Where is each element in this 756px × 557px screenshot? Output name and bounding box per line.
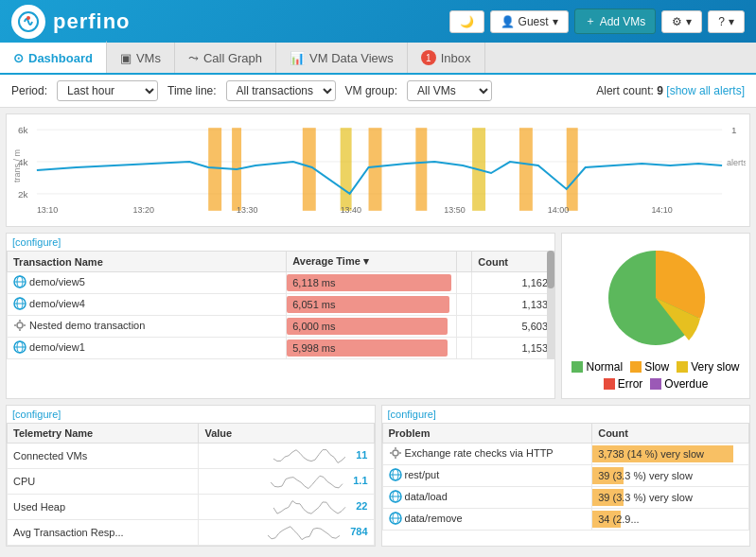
- transactions-section: [configure] Transaction Name Average Tim…: [6, 233, 555, 399]
- nav-item-callgraph[interactable]: ⤳ Call Graph: [175, 43, 276, 73]
- time-series-chart: 6k 4k 2k trans / m 1 alerts 13:10: [10, 118, 746, 220]
- prob-count-cell: 34 (2.9...: [592, 509, 749, 531]
- tx-name-cell: demo/view1: [8, 338, 287, 359]
- nav-label: Call Graph: [203, 51, 262, 65]
- prob-name-cell: rest/put: [382, 465, 592, 487]
- scrollbar-thumb[interactable]: [547, 251, 554, 288]
- tx-name: Nested demo transaction: [29, 320, 145, 331]
- nav-label: Inbox: [441, 51, 471, 65]
- tel-value-cell: 784: [199, 520, 374, 546]
- legend-label: Very slow: [691, 360, 739, 374]
- tel-name-cell: Used Heap: [8, 495, 199, 520]
- question-icon: ?: [718, 15, 725, 28]
- svg-text:2k: 2k: [18, 189, 28, 200]
- tx-name: demo/view5: [29, 276, 85, 287]
- prob-count-value: 39 (3.3 %) very slow: [598, 470, 693, 481]
- nav-item-vmdataviews[interactable]: 📊 VM Data Views: [276, 43, 408, 73]
- svg-text:13:10: 13:10: [37, 205, 58, 215]
- prob-name: Exchange rate checks via HTTP: [405, 447, 554, 459]
- tx-count-cell: 1,153: [472, 338, 554, 359]
- timeline-label: Time line:: [167, 84, 217, 97]
- user-icon: 👤: [501, 15, 515, 28]
- tx-empty: [457, 338, 472, 359]
- tel-name-cell: Connected VMs: [8, 444, 199, 469]
- legend-label: Normal: [586, 360, 623, 374]
- tx-icon: [13, 344, 26, 356]
- sparkline: [268, 523, 343, 542]
- prob-count-cell: 3,738 (14 %) very slow: [592, 444, 749, 465]
- chevron-down-icon: ▾: [729, 15, 734, 28]
- nav-item-inbox[interactable]: 1 Inbox: [408, 43, 485, 73]
- svg-text:1: 1: [731, 125, 737, 135]
- col-header-name: Transaction Name: [8, 252, 287, 272]
- svg-text:alerts: alerts: [727, 158, 746, 167]
- chevron-down-icon: ▾: [553, 15, 558, 28]
- prob-count-cell: 39 (3.3 %) very slow: [592, 465, 749, 487]
- chart-icon: 📊: [290, 51, 305, 65]
- nav-item-dashboard[interactable]: ⊙ Dashboard: [0, 41, 107, 73]
- svg-rect-11: [208, 128, 221, 211]
- telemetry-table: Telemetry Name Value Connected VMs 11 CP…: [7, 423, 375, 546]
- tx-icon: [13, 301, 26, 312]
- prob-name-cell: data/load: [382, 487, 592, 509]
- nav-item-vms[interactable]: ▣ VMs: [107, 43, 175, 73]
- problems-section: [configure] Problem Count Exchange rate …: [381, 405, 751, 547]
- chevron-down-icon: ▾: [686, 15, 692, 28]
- vmgroup-select[interactable]: All VMs: [407, 80, 492, 101]
- transactions-configure-link[interactable]: [configure]: [7, 234, 554, 251]
- add-vms-button[interactable]: ＋ Add VMs: [574, 9, 657, 34]
- svg-rect-15: [369, 128, 382, 211]
- theme-button[interactable]: 🌙: [449, 10, 484, 33]
- toolbar: Period: Last hour Last 6 hours Last 24 h…: [0, 75, 756, 108]
- tel-value: 784: [350, 526, 367, 537]
- timeline-select[interactable]: All transactions: [226, 80, 336, 101]
- legend-label: Slow: [644, 360, 669, 374]
- guest-button[interactable]: 👤 Guest ▾: [490, 10, 569, 33]
- table-row: demo/view1 5,998 ms 1,153: [8, 338, 554, 359]
- main-chart: 6k 4k 2k trans / m 1 alerts 13:10: [6, 113, 750, 227]
- navigation: ⊙ Dashboard ▣ VMs ⤳ Call Graph 📊 VM Data…: [0, 43, 756, 75]
- show-all-alerts-link[interactable]: [show all alerts]: [666, 84, 745, 97]
- tx-avgtime-cell: 6,118 ms: [287, 272, 457, 294]
- tel-value: 22: [356, 500, 367, 512]
- main-content: 6k 4k 2k trans / m 1 alerts 13:10: [0, 108, 756, 552]
- prob-count-value: 34 (2.9...: [598, 513, 639, 525]
- help-button[interactable]: ? ▾: [708, 10, 745, 33]
- settings-button[interactable]: ⚙ ▾: [661, 10, 702, 33]
- tx-empty: [457, 294, 472, 316]
- vmgroup-label: VM group:: [345, 84, 397, 97]
- tel-value: 1.1: [353, 475, 367, 486]
- table-row: rest/put 39 (3.3 %) very slow: [382, 465, 749, 487]
- tel-value-cell: 11: [199, 444, 374, 469]
- scrollbar[interactable]: [547, 251, 554, 359]
- header-controls: 🌙 👤 Guest ▾ ＋ Add VMs ⚙ ▾ ? ▾: [449, 9, 745, 34]
- graph-icon: ⤳: [188, 51, 199, 65]
- table-row: Avg Transaction Resp... 784: [8, 520, 375, 546]
- transactions-table: Transaction Name Average Time ▾ Count de…: [7, 251, 554, 359]
- middle-row: [configure] Transaction Name Average Tim…: [6, 233, 750, 399]
- dashboard-icon: ⊙: [13, 51, 24, 65]
- tx-icon: [13, 279, 26, 290]
- telemetry-configure-link[interactable]: [configure]: [7, 406, 375, 423]
- period-select[interactable]: Last hour Last 6 hours Last 24 hours: [57, 80, 158, 101]
- svg-text:13:40: 13:40: [341, 205, 361, 215]
- col-problem-count: Count: [592, 424, 749, 444]
- tx-empty: [457, 316, 472, 338]
- table-row: demo/view4 6,051 ms 1,133: [8, 294, 554, 316]
- prob-icon: [389, 472, 402, 483]
- table-row: data/load 39 (3.3 %) very slow: [382, 487, 749, 509]
- tx-count-cell: 1,162: [472, 272, 554, 294]
- col-header-sort: [457, 252, 472, 272]
- problems-configure-link[interactable]: [configure]: [382, 406, 750, 423]
- svg-rect-19: [567, 128, 578, 211]
- svg-text:14:00: 14:00: [548, 205, 569, 215]
- legend-overdue: Overdue: [650, 377, 708, 391]
- tel-name-cell: CPU: [8, 469, 199, 495]
- svg-text:14:10: 14:10: [651, 205, 672, 215]
- svg-rect-16: [415, 128, 427, 211]
- tx-avgtime-value: 6,000 ms: [292, 321, 335, 332]
- col-header-avg[interactable]: Average Time ▾: [287, 252, 457, 272]
- col-telemetry-value: Value: [199, 424, 374, 444]
- pie-legend: Normal Slow Very slow Error Overdue: [570, 360, 742, 391]
- tx-name-cell: demo/view4: [8, 294, 287, 316]
